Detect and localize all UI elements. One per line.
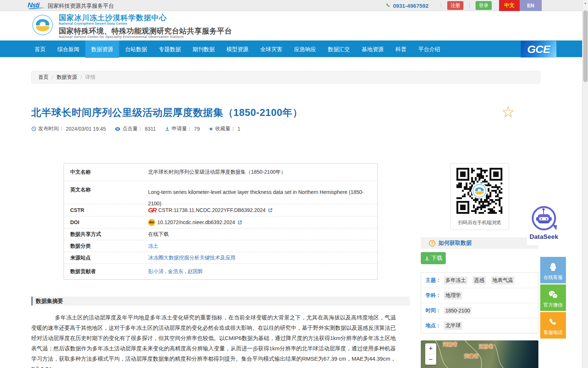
topic-tag[interactable]: 遥感 [473,276,486,284]
nsti-logo[interactable]: Nsti [28,1,39,9]
lang-en-button[interactable]: EN [520,0,542,11]
doi-value: 10.12072/ncdc.nieer.db6392.2024 [157,219,235,225]
breadcrumb-separator: / [52,74,53,80]
coverage-map[interactable]: 河南省 安徽省 江苏省 + − [421,340,538,368]
click-count: 点击量：8311 [115,125,156,132]
time-value: 1850-2100 [444,307,472,314]
qr-finder-pattern [456,201,469,214]
nav-item-emergency[interactable]: 应急响应 [288,40,322,58]
qr-code-image [456,168,502,214]
dataset-meta: 发布时间：2024/03/01 19:45 点击量：8311 申请量：79 ★ … [31,125,249,132]
row-label: CSTR [64,207,148,213]
nav-item-station-data[interactable]: 台站数据 [119,40,153,58]
abstract-text: 多年冻土区的活动层厚度及年平均地是多年冻土变化研究的重要指标，在当前全球变暖的大… [31,312,396,368]
online-service-button[interactable]: 在线客服 [540,257,566,283]
robot-eyes [539,217,549,220]
qr-finder-pattern [456,168,469,181]
publish-value: 2024/03/01 19:45 [66,126,106,132]
row-label: 数据共享方式 [64,231,148,238]
time-row: 时间： 1850-2100 [421,303,538,318]
nav-item-home[interactable]: 首页 [29,40,51,58]
abstract-section-title: 数据集摘要 [36,298,63,305]
scrollbar-up-arrow[interactable]: ▲ [582,0,588,6]
requests-label: 申请量： [172,125,192,132]
cstr-value: CSTR:11738.11.NCDC.2022YFF.DB6392.2024 [158,207,266,213]
scrollbar-thumb[interactable] [583,10,588,82]
online-service-label: 在线客服 [544,274,563,281]
dataseek-robot-icon [532,206,556,230]
download-button[interactable]: 下载 [421,252,446,264]
breadcrumb-data-resources[interactable]: 数据资源 [57,74,77,81]
lang-zh-button[interactable]: 中文 [499,0,520,11]
official-wechat-label: 官方微信 [544,302,563,308]
official-wechat-button[interactable]: 官方微信 [540,284,566,311]
center-name-en: National Cryosphere Desert Data Center [59,22,232,25]
location-value: 北半球 [444,322,462,330]
phone-icon [386,3,391,8]
topic-tag[interactable]: 多年冻土 [444,276,467,284]
login-button[interactable]: 登录 [476,1,492,10]
service-phone-button[interactable]: 客服电话 [540,312,566,339]
nav-item-about[interactable]: 平台介绍 [412,40,446,58]
eye-icon [115,127,121,131]
dataseek-widget[interactable]: DataSeek [527,205,561,245]
nav-item-global-disaster[interactable]: 全球灾害 [254,40,288,58]
dataseek-label: DataSeek [527,233,561,241]
row-label: 中文名称 [64,169,148,176]
publish-label: 发布时间： [38,125,64,132]
source-site-link[interactable]: 冰冻圈大数据挖掘分析关键技术及应用 [148,255,236,261]
row-label: 数据分类 [64,243,148,250]
location-row: 地点： 北半球 [421,318,538,333]
logo-wave-shape [36,26,49,31]
nav-item-model-resources[interactable]: 模型资源 [220,40,254,58]
how-to-get-data[interactable]: ? 如何获取数据 [421,237,538,249]
nav-item-data-submission[interactable]: 数据汇交 [322,40,356,58]
favorites-value: 1 [237,126,240,132]
gce-logo[interactable]: GCE [521,41,556,57]
row-label: DOI [64,219,148,225]
nav-item-topic-data[interactable]: 专题数据 [153,40,187,58]
table-row: 英文名称 Long-term series kilometer-level ac… [64,181,377,204]
favorite-count: ★ 收藏量：1 [209,125,240,132]
map-label-henan: 河南省 [443,341,457,348]
register-button[interactable]: 注册 [447,1,463,10]
robot-head [538,214,550,223]
platform-title-zh: 国家特殊环境、特殊功能观测研究台站共享服务平台 [59,27,232,35]
qr-finder-pattern [490,168,502,181]
topbar-divider [469,3,470,8]
qr-code-card: 扫码后在手机端浏览 [450,163,509,230]
map-label-jiangsu: 江苏省 [479,343,493,350]
topic-tag[interactable]: 地表气温 [491,276,514,284]
map-zoom-out-button[interactable]: − [425,354,436,365]
breadcrumb-home[interactable]: 首页 [38,74,49,81]
floating-service-buttons: 在线客服 官方微信 客服电话 [540,257,566,340]
favorite-star-icon[interactable]: ☆ [501,105,515,120]
nav-item-journal-data[interactable]: 期刊数据 [187,40,220,58]
table-row: 数据共享方式 在线下载 [64,228,377,240]
nav-item-base-resources[interactable]: 基地资源 [356,40,390,58]
map-zoom-in-button[interactable]: + [425,343,436,354]
category-link[interactable]: 冻土 [148,243,158,250]
dataset-attributes-panel: 主题： 多年冻土 遥感 地表气温 学科： 地理学 时间： 1850-2100 地… [421,272,538,333]
breadcrumb: 首页 / 数据资源 / 详情 [31,71,540,84]
map-zoom-control: + − [425,343,436,365]
external-link-icon[interactable] [237,220,242,225]
nav-item-news[interactable]: 综合新闻 [51,40,85,58]
name-zh-value: 北半球长时间序列公里级活动层厚度数据集（1850-2100年） [148,169,377,176]
service-phone-label: 客服电话 [544,329,563,336]
table-row: DOI doi 10.12072/ncdc.nieer.db6392.2024 [64,216,377,228]
table-row: 数据分类 冻土 [64,240,377,252]
abstract-section-header: 数据集摘要 [31,297,410,305]
page-title: 北半球长时间序列公里级活动层厚度数据集（1850-2100年） [31,106,303,119]
nav-item-science[interactable]: 科普 [390,40,412,58]
scrollbar[interactable]: ▲ [582,0,588,368]
external-link-icon[interactable] [268,208,273,213]
breadcrumb-current: 详情 [85,74,96,81]
nav-item-data-resources[interactable]: 数据资源 [85,40,119,58]
qr-center-logo [473,184,486,198]
ncdc-logo[interactable] [32,15,53,35]
table-row: 来源站点 冰冻圈大数据挖掘分析关键技术及应用 [64,252,377,263]
subject-value[interactable]: 地理学 [444,291,462,300]
contributors-links[interactable]: 彭小清 , 金浩东 , 赵国辉 [148,268,203,275]
qr-caption: 扫码后在手机端浏览 [451,219,509,226]
